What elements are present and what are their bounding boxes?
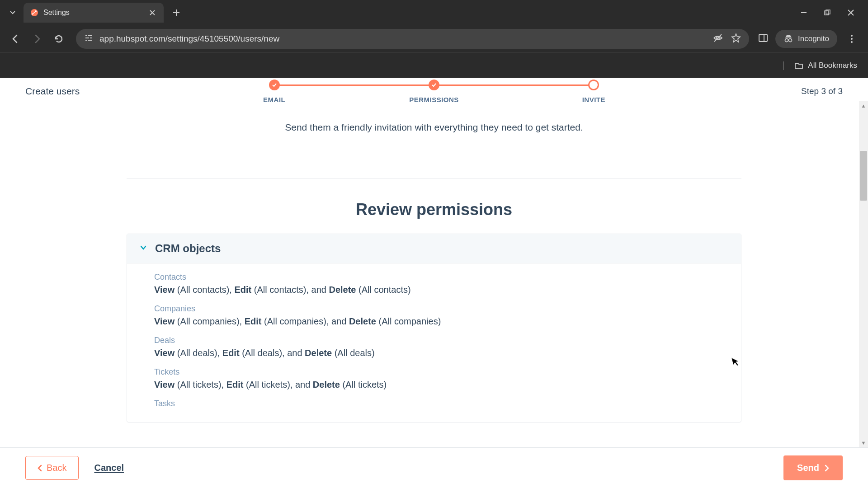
permission-detail: View (All deals), Edit (All deals), and … [154, 348, 728, 358]
review-permissions-title: Review permissions [0, 200, 868, 219]
svg-rect-15 [759, 34, 767, 42]
side-panel-icon[interactable] [758, 33, 768, 45]
permission-title: Companies [154, 304, 728, 314]
permission-deals: Deals View (All deals), Edit (All deals)… [154, 336, 728, 358]
nav-back-button[interactable] [7, 31, 24, 47]
step-invite: INVITE [514, 80, 674, 103]
browser-menu-button[interactable] [844, 34, 859, 44]
step-circle-current-icon [588, 80, 599, 90]
permission-title: Tasks [154, 399, 728, 408]
all-bookmarks-button[interactable]: All Bookmarks [794, 61, 857, 70]
crm-objects-header[interactable]: CRM objects [127, 234, 741, 263]
plus-icon [173, 9, 180, 16]
svg-point-18 [789, 39, 792, 42]
close-icon [848, 9, 854, 16]
maximize-button[interactable] [821, 6, 834, 19]
cancel-button[interactable]: Cancel [94, 463, 124, 473]
arrow-right-icon [32, 34, 42, 44]
permission-tasks: Tasks [154, 399, 728, 408]
permission-title: Tickets [154, 367, 728, 377]
arrow-left-icon [10, 34, 20, 44]
permission-title: Deals [154, 336, 728, 345]
browser-tab-active[interactable]: Settings [24, 3, 164, 23]
all-bookmarks-label: All Bookmarks [808, 61, 857, 70]
window-controls [797, 0, 868, 25]
invite-subtitle: Send them a friendly invitation with eve… [0, 122, 868, 133]
chevron-left-icon [38, 465, 42, 472]
scrollbar[interactable]: ▲ ▼ [859, 101, 868, 447]
browser-chrome: Settings [0, 0, 868, 78]
wizard-title: Create users [25, 86, 80, 97]
svg-point-20 [851, 35, 853, 37]
dots-vertical-icon [850, 34, 853, 44]
permission-tickets: Tickets View (All tickets), Edit (All ti… [154, 367, 728, 390]
close-window-button[interactable] [844, 6, 857, 19]
divider [127, 178, 741, 178]
tab-title: Settings [43, 9, 143, 17]
incognito-icon [783, 34, 793, 44]
url-text: app.hubspot.com/settings/45105500/users/… [99, 34, 707, 44]
tab-close-button[interactable] [147, 8, 157, 18]
send-button[interactable]: Send [783, 455, 843, 480]
page-content: Create users EMAIL PERMISSIONS INVITE [0, 78, 868, 488]
hubspot-favicon-icon [30, 8, 39, 17]
visibility-off-icon[interactable] [713, 33, 723, 45]
step-circle-done-icon [269, 80, 280, 90]
main-scroll-area[interactable]: Send them a friendly invitation with eve… [0, 101, 868, 447]
bookmark-star-icon[interactable] [731, 33, 741, 45]
step-circle-done-icon [429, 80, 439, 90]
scrollbar-thumb[interactable] [860, 151, 867, 201]
scroll-down-button[interactable]: ▼ [859, 438, 868, 447]
svg-point-22 [851, 41, 853, 43]
svg-rect-12 [88, 40, 92, 41]
new-tab-button[interactable] [167, 4, 185, 22]
close-icon [150, 10, 155, 15]
permission-title: Contacts [154, 272, 728, 282]
svg-rect-7 [85, 35, 87, 36]
crm-objects-body: Contacts View (All contacts), Edit (All … [127, 263, 741, 422]
permission-detail: View (All contacts), Edit (All contacts)… [154, 285, 728, 295]
incognito-label: Incognito [798, 34, 829, 43]
permissions-panel: CRM objects Contacts View (All contacts)… [127, 234, 741, 422]
navigation-bar: app.hubspot.com/settings/45105500/users/… [0, 25, 868, 52]
permission-detail: View (All tickets), Edit (All tickets), … [154, 380, 728, 390]
wizard-footer: Back Cancel Send [0, 447, 868, 488]
back-button[interactable]: Back [25, 456, 79, 480]
address-bar[interactable]: app.hubspot.com/settings/45105500/users/… [76, 29, 749, 49]
folder-icon [794, 61, 803, 70]
incognito-badge[interactable]: Incognito [775, 30, 837, 48]
svg-line-14 [714, 34, 722, 42]
permission-contacts: Contacts View (All contacts), Edit (All … [154, 272, 728, 295]
minimize-icon [801, 9, 807, 16]
permission-companies: Companies View (All companies), Edit (Al… [154, 304, 728, 327]
step-permissions: PERMISSIONS [354, 80, 514, 103]
site-settings-icon[interactable] [84, 33, 93, 45]
step-email: EMAIL [194, 80, 354, 103]
crm-objects-title: CRM objects [155, 242, 221, 255]
bookmarks-bar: | All Bookmarks [0, 52, 868, 78]
extensions-area: Incognito [758, 30, 861, 48]
wizard-header: Create users EMAIL PERMISSIONS INVITE [0, 78, 868, 101]
minimize-button[interactable] [797, 6, 810, 19]
nav-forward-button[interactable] [29, 31, 45, 47]
tab-search-dropdown[interactable] [4, 4, 22, 22]
chevron-down-icon [9, 9, 16, 16]
svg-rect-9 [85, 38, 89, 38]
svg-rect-10 [90, 38, 92, 38]
svg-rect-8 [88, 35, 92, 36]
scroll-up-button[interactable]: ▲ [859, 101, 868, 110]
svg-rect-11 [85, 40, 87, 41]
step-counter: Step 3 of 3 [801, 86, 843, 96]
nav-reload-button[interactable] [51, 31, 67, 47]
svg-point-17 [785, 39, 788, 42]
chevron-down-icon [140, 244, 147, 253]
permission-detail: View (All companies), Edit (All companie… [154, 316, 728, 327]
reload-icon [54, 34, 64, 44]
svg-point-21 [851, 38, 853, 40]
chevron-right-icon [825, 465, 829, 472]
maximize-icon [824, 9, 830, 16]
stepper: EMAIL PERMISSIONS INVITE [194, 80, 674, 103]
tab-bar: Settings [0, 0, 868, 25]
